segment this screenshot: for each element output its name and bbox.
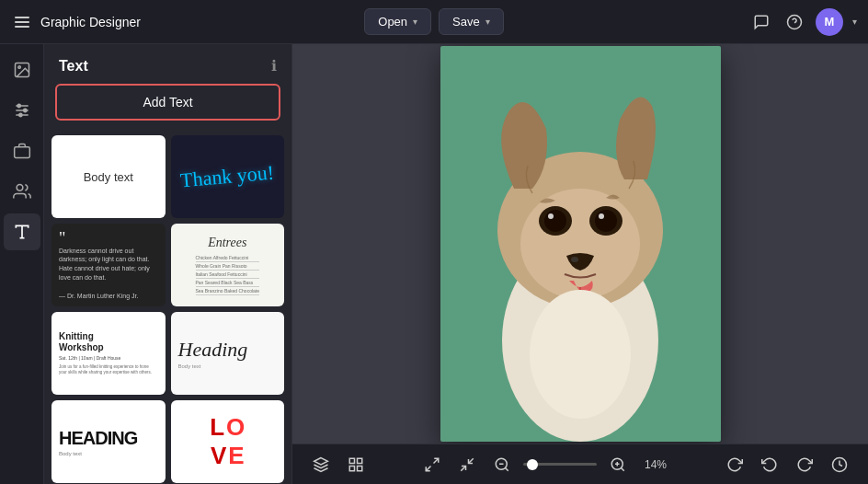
zoom-slider[interactable]: [523, 463, 597, 466]
svg-point-20: [595, 210, 617, 232]
topbar-center: Open ▾ Save ▾: [364, 8, 503, 35]
svg-line-35: [505, 467, 508, 470]
svg-point-7: [17, 104, 20, 107]
topbar-left: Graphic Designer: [11, 13, 357, 31]
add-text-button[interactable]: Add Text: [55, 84, 280, 121]
actual-size-icon[interactable]: [453, 453, 481, 477]
svg-marker-25: [314, 457, 328, 465]
sidebar-icon-photos[interactable]: [4, 52, 40, 88]
svg-point-16: [520, 189, 640, 299]
app-title: Graphic Designer: [40, 15, 141, 29]
panel-header: Text ℹ: [44, 44, 291, 84]
template-grid: Body text Thank you! " Darkness cannot d…: [51, 135, 284, 483]
svg-line-32: [461, 466, 465, 470]
bottom-toolbar-left: [307, 453, 370, 477]
canvas-area: 14%: [292, 44, 868, 484]
svg-point-22: [599, 213, 604, 219]
open-button[interactable]: Open ▾: [364, 8, 431, 35]
save-button[interactable]: Save ▾: [439, 8, 504, 35]
icon-sidebar: [0, 44, 44, 484]
menu-icon[interactable]: [11, 13, 33, 31]
sidebar-icon-adjust[interactable]: [4, 92, 40, 129]
sidebar-icon-layers[interactable]: [4, 133, 40, 169]
template-card-quote[interactable]: " Darkness cannot drive out darkness; on…: [51, 224, 166, 306]
redo-icon[interactable]: [791, 453, 818, 477]
svg-line-33: [469, 458, 474, 463]
svg-rect-27: [358, 458, 362, 463]
svg-point-24: [530, 290, 631, 419]
zoom-in-icon[interactable]: [604, 453, 632, 477]
layers-tool-icon[interactable]: [307, 453, 335, 477]
rotate-cw-icon[interactable]: [721, 453, 748, 477]
sidebar-icon-people[interactable]: [4, 173, 40, 210]
svg-point-19: [544, 210, 566, 232]
chat-icon[interactable]: [749, 10, 773, 34]
svg-rect-10: [14, 147, 29, 158]
panel-title: Text: [59, 58, 88, 75]
undo-icon[interactable]: [756, 453, 783, 477]
zoom-out-icon[interactable]: [488, 453, 516, 477]
avatar[interactable]: M: [816, 8, 843, 36]
bottom-toolbar-center: 14%: [418, 453, 672, 477]
template-card-heading-italic[interactable]: Heading Body text: [171, 312, 285, 395]
canvas-workspace[interactable]: [292, 44, 868, 444]
topbar: Graphic Designer Open ▾ Save ▾ M ▾: [0, 0, 868, 44]
text-panel: Text ℹ Add Text Body text Thank you! " D…: [44, 44, 292, 484]
svg-rect-26: [349, 458, 354, 463]
bottom-toolbar-right: [721, 453, 853, 477]
svg-rect-28: [349, 466, 354, 470]
svg-line-31: [426, 466, 430, 470]
help-icon[interactable]: [782, 10, 806, 34]
grid-tool-icon[interactable]: [342, 453, 370, 477]
template-card-heading-bold[interactable]: HEADING Body text: [51, 400, 166, 483]
zoom-percent: 14%: [639, 458, 672, 471]
main-content: Text ℹ Add Text Body text Thank you! " D…: [0, 44, 868, 484]
svg-point-8: [23, 109, 26, 111]
canvas-document: [440, 46, 721, 442]
template-card-love[interactable]: L O V E: [171, 400, 285, 483]
templates-scroll[interactable]: Body text Thank you! " Darkness cannot d…: [44, 132, 291, 484]
history-icon[interactable]: [826, 453, 853, 477]
svg-point-23: [571, 257, 578, 262]
avatar-chevron-icon[interactable]: ▾: [852, 17, 857, 27]
sidebar-icon-text[interactable]: [4, 213, 40, 250]
fit-screen-icon[interactable]: [418, 453, 446, 477]
template-card-thankyou[interactable]: Thank you!: [171, 135, 285, 218]
svg-line-38: [621, 467, 623, 470]
open-chevron-icon: ▾: [413, 17, 417, 27]
bottom-toolbar: 14%: [292, 444, 868, 484]
svg-line-30: [434, 458, 439, 463]
svg-point-3: [17, 66, 19, 69]
save-chevron-icon: ▾: [485, 17, 490, 27]
svg-point-11: [17, 185, 23, 191]
template-card-knitting[interactable]: KnittingWorkshop Sat. 12th | 10am | Draf…: [51, 312, 166, 395]
template-card-body-text[interactable]: Body text: [51, 135, 166, 218]
template-card-menu[interactable]: Entrees Chicken Alfredo Fettuccini Whole…: [171, 224, 285, 306]
svg-point-21: [548, 213, 554, 219]
svg-point-9: [18, 113, 21, 116]
svg-rect-29: [358, 466, 362, 470]
topbar-right: M ▾: [511, 8, 857, 36]
info-icon[interactable]: ℹ: [271, 57, 277, 75]
